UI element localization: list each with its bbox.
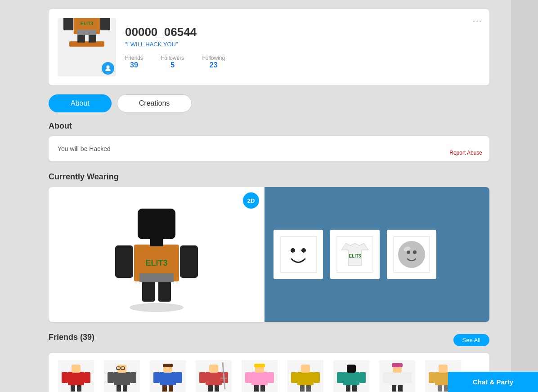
friend-avatar — [333, 360, 369, 392]
friends-count: 39 — [130, 61, 138, 69]
svg-point-24 — [291, 248, 295, 253]
following-stat: Following 23 — [202, 55, 225, 69]
wearing-title: Currently Wearing — [49, 172, 489, 182]
svg-rect-18 — [180, 245, 198, 278]
wearing-items-grid: ELIT3 — [265, 187, 489, 322]
wearing-item-head[interactable] — [387, 230, 436, 279]
friend-item[interactable] — [148, 360, 188, 392]
svg-rect-22 — [139, 273, 174, 282]
friend-item[interactable] — [239, 360, 280, 392]
svg-rect-104 — [439, 365, 448, 373]
head-item-svg — [391, 234, 432, 275]
svg-rect-15 — [158, 279, 171, 302]
svg-rect-11 — [77, 30, 97, 35]
friends-section: Friends (39) See All — [49, 333, 489, 392]
wearing-character: ELIT3 — [107, 192, 206, 317]
wearing-card: ELIT3 2D — [49, 187, 489, 322]
wearing-section: Currently Wearing — [49, 172, 489, 322]
svg-rect-47 — [117, 365, 126, 373]
wearing-2d-badge[interactable]: 2D — [243, 192, 259, 209]
report-abuse-link[interactable]: Report Abuse — [449, 150, 482, 156]
about-card: You will be Hacked Report Abuse — [49, 136, 489, 161]
svg-rect-23 — [280, 236, 316, 272]
friends-label: Friends — [125, 55, 143, 61]
friend-avatar — [379, 360, 415, 392]
svg-rect-5 — [100, 18, 110, 30]
friend-avatar — [104, 360, 140, 392]
about-title: About — [49, 121, 489, 131]
svg-rect-72 — [245, 372, 251, 383]
wearing-item-shirt[interactable]: ELIT3 — [330, 230, 380, 279]
tabs-container: About Creations — [49, 94, 489, 112]
svg-point-13 — [130, 303, 184, 312]
svg-rect-73 — [268, 372, 274, 383]
svg-rect-79 — [297, 372, 314, 385]
svg-rect-58 — [163, 364, 173, 367]
friend-avatar — [58, 360, 94, 392]
wearing-3d-view: ELIT3 2D — [49, 187, 265, 322]
svg-point-12 — [107, 66, 110, 69]
friends-grid — [49, 353, 489, 392]
friend-item[interactable] — [56, 360, 96, 392]
avatar-container: ELIT3 — [58, 18, 116, 76]
svg-rect-20 — [138, 209, 175, 239]
friend-avatar — [242, 360, 278, 392]
followers-stat: Followers 5 — [161, 55, 184, 69]
svg-rect-80 — [291, 372, 297, 383]
following-label: Following — [202, 55, 225, 61]
friend-item[interactable] — [285, 360, 326, 392]
profile-stats: Friends 39 Followers 5 Following 23 — [125, 55, 480, 69]
svg-rect-86 — [343, 372, 359, 385]
tab-creations[interactable]: Creations — [117, 94, 192, 112]
following-count: 23 — [210, 61, 218, 69]
friends-title: Friends (39) — [49, 333, 94, 342]
svg-point-30 — [398, 241, 425, 268]
wearing-item-face[interactable] — [273, 230, 323, 279]
svg-rect-14 — [142, 279, 155, 302]
right-sidebar — [511, 0, 538, 392]
followers-count: 5 — [170, 61, 175, 69]
profile-status: "I WILL HACK YOU" — [125, 41, 480, 48]
svg-rect-89 — [347, 365, 356, 373]
svg-rect-37 — [68, 372, 84, 385]
about-section: About You will be Hacked Report Abuse — [49, 121, 489, 161]
followers-label: Followers — [161, 55, 184, 61]
svg-rect-55 — [153, 372, 160, 383]
svg-rect-87 — [337, 372, 343, 383]
friend-item[interactable] — [331, 360, 372, 392]
svg-rect-40 — [72, 365, 81, 373]
friends-stat: Friends 39 — [125, 55, 143, 69]
svg-rect-39 — [84, 372, 90, 383]
tab-about[interactable]: About — [49, 94, 112, 112]
svg-rect-56 — [176, 372, 182, 383]
see-all-button[interactable]: See All — [453, 334, 489, 346]
profile-card: ELIT3 00000_06544 "I WILL HACK YOU" — [49, 9, 489, 85]
svg-rect-4 — [63, 18, 73, 30]
svg-rect-63 — [199, 372, 206, 383]
profile-menu-button[interactable]: ··· — [473, 16, 482, 26]
svg-rect-88 — [359, 372, 366, 383]
svg-rect-54 — [160, 372, 176, 385]
svg-point-25 — [301, 248, 306, 253]
svg-rect-97 — [392, 363, 403, 367]
friend-item[interactable] — [102, 360, 142, 392]
friend-item[interactable] — [193, 360, 234, 392]
svg-rect-0 — [69, 41, 104, 47]
svg-rect-45 — [108, 372, 114, 383]
svg-rect-62 — [206, 372, 222, 385]
svg-rect-81 — [314, 372, 320, 383]
svg-text:ELIT3: ELIT3 — [145, 258, 167, 267]
svg-rect-94 — [383, 372, 389, 383]
shirt-item-svg: ELIT3 — [335, 234, 375, 275]
svg-rect-102 — [429, 372, 435, 383]
profile-info: 00000_06544 "I WILL HACK YOU" Friends 39… — [125, 25, 480, 69]
svg-rect-93 — [389, 372, 405, 385]
svg-rect-71 — [251, 372, 268, 385]
svg-text:ELIT3: ELIT3 — [81, 21, 94, 26]
svg-rect-75 — [254, 364, 265, 367]
friends-header: Friends (39) See All — [49, 333, 489, 347]
friend-item[interactable] — [377, 360, 417, 392]
friend-avatar — [150, 360, 186, 392]
chat-party-bar[interactable]: Chat & Party — [448, 372, 538, 392]
friend-avatar — [196, 360, 232, 392]
